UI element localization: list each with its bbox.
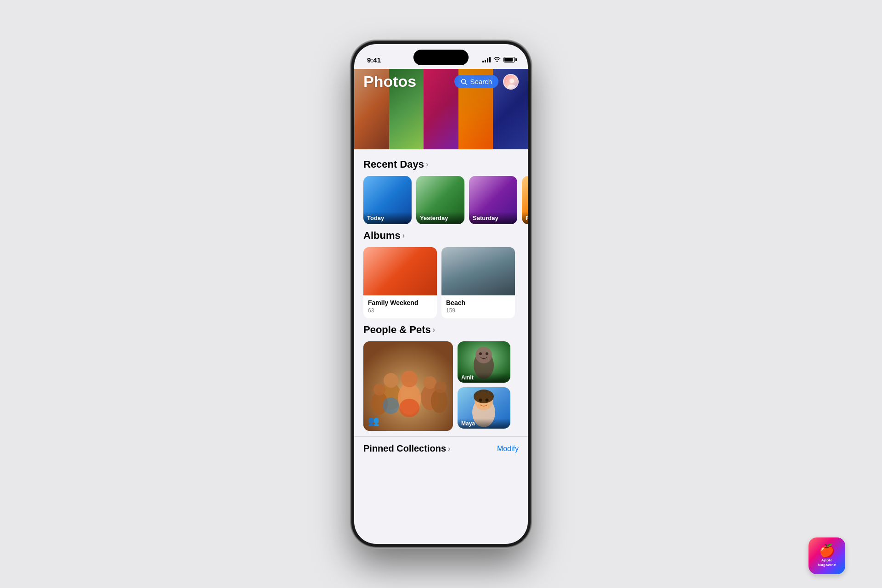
album-family-info: Family Weekend 63 — [363, 295, 437, 318]
search-button[interactable]: Search — [454, 75, 498, 88]
wifi-icon — [493, 57, 501, 63]
section-people-pets: People & Pets › — [354, 324, 528, 431]
people-pets-chevron: › — [433, 326, 435, 334]
pinned-left[interactable]: Pinned Collections › — [363, 443, 450, 454]
svg-point-28 — [486, 399, 489, 402]
recent-days-title: Recent Days — [363, 158, 424, 170]
status-icons — [482, 57, 515, 63]
album-family-name: Family Weekend — [368, 299, 432, 306]
people-group-icon: 👥 — [368, 415, 379, 426]
section-albums: Albums › Family Weekend 63 — [354, 230, 528, 318]
page-title: Photos — [363, 73, 416, 90]
modify-button[interactable]: Modify — [497, 445, 519, 453]
day-today-label: Today — [363, 212, 412, 224]
header-controls: Photos Search — [354, 69, 528, 90]
day-card-friday[interactable]: Friday — [522, 176, 528, 224]
svg-point-13 — [373, 384, 385, 396]
svg-point-27 — [479, 399, 482, 402]
dynamic-island — [413, 50, 469, 65]
day-card-yesterday[interactable]: Yesterday — [416, 176, 464, 224]
phone-frame: 9:41 — [351, 41, 531, 547]
svg-point-15 — [435, 381, 447, 393]
avatar[interactable] — [503, 74, 519, 90]
album-beach-info: Beach 159 — [441, 295, 515, 318]
person-card-maya[interactable]: Maya — [458, 387, 510, 429]
albums-scroll: Family Weekend 63 Beach 159 — [354, 247, 528, 318]
person-maya-label: Maya — [458, 418, 510, 429]
day-saturday-label: Saturday — [469, 212, 517, 224]
album-card-beach[interactable]: Beach 159 — [441, 247, 515, 318]
pinned-title: Pinned Collections — [363, 443, 446, 454]
people-layout: 👥 — [354, 341, 528, 431]
people-side-cards: Amit — [458, 341, 510, 431]
album-family-count: 63 — [368, 307, 432, 314]
albums-title: Albums — [363, 230, 401, 242]
day-yesterday-label: Yesterday — [416, 212, 464, 224]
badge-apple-icon: 🍎 — [819, 544, 835, 557]
header-right: Search — [454, 74, 519, 90]
album-family-image — [363, 247, 437, 295]
battery-icon — [503, 57, 515, 62]
albums-header[interactable]: Albums › — [354, 230, 528, 242]
svg-point-3 — [509, 79, 514, 83]
svg-point-22 — [486, 352, 488, 355]
people-group-card[interactable]: 👥 — [363, 341, 453, 431]
svg-point-16 — [399, 399, 419, 417]
phone-mockup: 9:41 — [351, 41, 531, 547]
album-beach-name: Beach — [446, 299, 510, 306]
signal-icon — [482, 57, 491, 62]
svg-point-7 — [384, 373, 398, 388]
svg-point-9 — [401, 371, 418, 387]
svg-point-20 — [475, 347, 492, 363]
status-bar: 9:41 — [354, 44, 528, 69]
recent-days-chevron: › — [426, 160, 428, 169]
day-friday-label: Friday — [522, 212, 528, 224]
svg-point-11 — [424, 376, 436, 389]
apple-magazine-badge: 🍎 Apple Magazine — [808, 537, 845, 574]
svg-line-1 — [465, 83, 467, 85]
album-beach-count: 159 — [446, 307, 510, 314]
album-card-family[interactable]: Family Weekend 63 — [363, 247, 437, 318]
people-pets-title: People & Pets — [363, 324, 431, 336]
recent-days-scroll: Today Yesterday Saturday Friday — [354, 176, 528, 224]
svg-point-21 — [479, 352, 482, 355]
person-card-amit[interactable]: Amit — [458, 341, 510, 383]
person-amit-label: Amit — [458, 373, 510, 383]
album-family-thumb — [363, 247, 437, 295]
section-recent-days: Recent Days › Today Yesterday — [354, 158, 528, 224]
content-area: Recent Days › Today Yesterday — [354, 149, 528, 469]
albums-chevron: › — [402, 232, 405, 240]
day-card-saturday[interactable]: Saturday — [469, 176, 517, 224]
status-time: 9:41 — [367, 56, 381, 64]
search-button-label: Search — [470, 78, 492, 85]
pinned-chevron: › — [448, 445, 450, 453]
svg-point-26 — [474, 390, 494, 403]
badge-text: Apple Magazine — [818, 558, 836, 568]
album-beach-thumb — [441, 247, 515, 295]
phone-screen: 9:41 — [354, 44, 528, 544]
people-pets-header[interactable]: People & Pets › — [354, 324, 528, 336]
svg-point-17 — [383, 397, 399, 414]
pinned-footer: Pinned Collections › Modify — [354, 436, 528, 460]
recent-days-header[interactable]: Recent Days › — [354, 158, 528, 170]
photos-header: Photos Search — [354, 69, 528, 149]
album-beach-image — [441, 247, 515, 295]
day-card-today[interactable]: Today — [363, 176, 412, 224]
